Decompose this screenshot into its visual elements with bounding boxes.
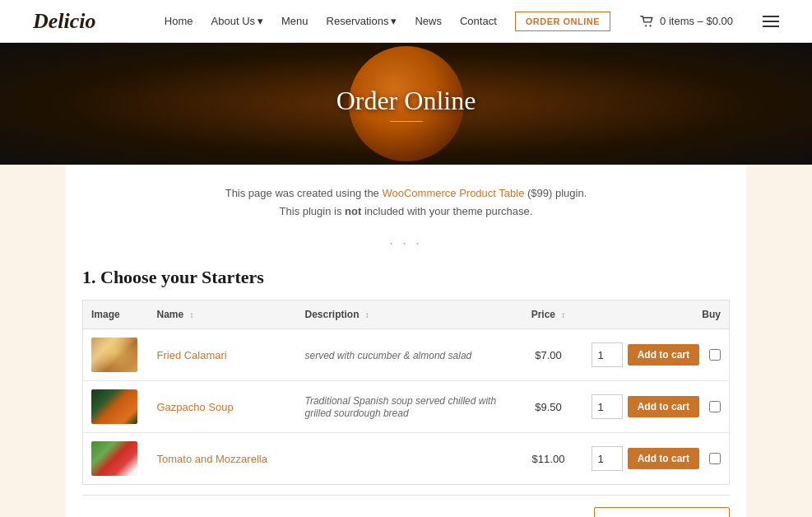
- hero-title: Order Online: [336, 86, 476, 122]
- nav-reservations[interactable]: Reservations ▾: [327, 15, 397, 27]
- product-price-cell: $11.00: [516, 433, 582, 485]
- product-buy-cell: Add to cart: [582, 433, 730, 485]
- svg-point-0: [645, 25, 647, 26]
- table-footer: Add Selected To Cart: [82, 495, 730, 517]
- buy-area: Add to cart: [590, 394, 722, 419]
- product-name-cell: Tomato and Mozzarella: [149, 433, 297, 485]
- pagination-dots: · · ·: [82, 237, 730, 252]
- product-description: served with cucumber & almond salad: [305, 350, 472, 361]
- col-header-image: Image: [83, 300, 149, 329]
- product-name-cell: Gazpacho Soup: [149, 381, 297, 433]
- product-image-cell: [83, 381, 149, 433]
- site-logo: Delicio: [33, 9, 96, 34]
- content-wrapper: This page was created using the WooComme…: [66, 165, 746, 517]
- quantity-input[interactable]: [592, 394, 623, 419]
- woocommerce-link[interactable]: WooCommerce Product Table: [382, 187, 524, 199]
- col-header-buy: Buy: [582, 300, 730, 329]
- plugin-notice: This page was created using the WooComme…: [82, 184, 730, 221]
- section-title: 1. Choose your Starters: [82, 267, 730, 288]
- row-select-checkbox[interactable]: [709, 401, 721, 412]
- add-to-cart-button[interactable]: Add to cart: [628, 396, 699, 417]
- product-image: [91, 441, 137, 476]
- col-header-name[interactable]: Name ↕: [149, 300, 297, 329]
- svg-point-1: [650, 25, 652, 26]
- hamburger-line: [763, 21, 779, 22]
- product-name-cell: Fried Calamari: [149, 329, 297, 381]
- product-table: Image Name ↕ Description ↕ Price ↕ Buy: [82, 300, 730, 485]
- hamburger-menu[interactable]: [763, 16, 779, 27]
- table-body: Fried Calamariserved with cucumber & alm…: [83, 329, 730, 485]
- cart-area[interactable]: 0 items – $0.00: [640, 15, 733, 28]
- col-header-description[interactable]: Description ↕: [297, 300, 516, 329]
- buy-area: Add to cart: [590, 342, 722, 367]
- row-select-checkbox[interactable]: [709, 349, 721, 361]
- main-content: This page was created using the WooComme…: [66, 165, 746, 517]
- product-description-cell: served with cucumber & almond salad: [297, 329, 516, 381]
- notice-link-suffix: ($99) plugin.: [524, 187, 587, 199]
- table-row: Tomato and Mozzarella$11.00Add to cart: [83, 433, 730, 485]
- sort-icon-desc: ↕: [365, 310, 369, 319]
- product-description-cell: Traditional Spanish soup served chilled …: [297, 381, 516, 433]
- hamburger-line: [763, 16, 779, 17]
- row-select-checkbox[interactable]: [709, 453, 721, 464]
- notice-line2-suffix: included with your theme purchase.: [361, 205, 532, 217]
- nav-news[interactable]: News: [415, 15, 442, 27]
- nav-contact[interactable]: Contact: [460, 15, 497, 27]
- table-header-row: Image Name ↕ Description ↕ Price ↕ Buy: [83, 300, 730, 329]
- product-description: Traditional Spanish soup served chilled …: [305, 395, 497, 419]
- buy-area: Add to cart: [590, 446, 722, 471]
- product-price-cell: $7.00: [516, 329, 582, 381]
- hamburger-line: [763, 26, 779, 27]
- product-description-cell: [297, 433, 516, 485]
- nav-about[interactable]: About Us ▾: [211, 15, 263, 27]
- sort-icon-name: ↕: [190, 310, 194, 319]
- nav-home[interactable]: Home: [165, 15, 193, 27]
- order-online-button[interactable]: ORDER ONLINE: [515, 12, 610, 31]
- sort-icon-price: ↕: [561, 310, 565, 319]
- product-buy-cell: Add to cart: [582, 329, 730, 381]
- product-image: [91, 389, 137, 424]
- product-name-link[interactable]: Fried Calamari: [157, 349, 227, 361]
- nav-menu[interactable]: Menu: [281, 15, 309, 27]
- product-price-cell: $9.50: [516, 381, 582, 433]
- cart-label: 0 items – $0.00: [660, 15, 733, 27]
- chevron-down-icon: ▾: [258, 15, 263, 27]
- product-image-cell: [83, 329, 149, 381]
- table-header: Image Name ↕ Description ↕ Price ↕ Buy: [83, 300, 730, 329]
- table-row: Gazpacho SoupTraditional Spanish soup se…: [83, 381, 730, 433]
- product-name-link[interactable]: Gazpacho Soup: [157, 401, 234, 413]
- add-to-cart-button[interactable]: Add to cart: [628, 448, 699, 469]
- main-nav: Home About Us ▾ Menu Reservations ▾ News…: [165, 12, 779, 31]
- chevron-down-icon: ▾: [391, 15, 397, 27]
- page-wrapper: Delicio Home About Us ▾ Menu Reservation…: [0, 0, 812, 517]
- table-row: Fried Calamariserved with cucumber & alm…: [83, 329, 730, 381]
- quantity-input[interactable]: [592, 342, 623, 367]
- notice-line1-prefix: This page was created using the: [225, 187, 383, 199]
- add-to-cart-button[interactable]: Add to cart: [628, 344, 699, 366]
- site-header: Delicio Home About Us ▾ Menu Reservation…: [0, 0, 812, 43]
- product-image-cell: [83, 433, 149, 485]
- col-header-price[interactable]: Price ↕: [516, 300, 582, 329]
- product-buy-cell: Add to cart: [582, 381, 730, 433]
- notice-line2-prefix: This plugin is: [280, 205, 345, 217]
- notice-not-bold: not: [345, 205, 361, 217]
- add-selected-button[interactable]: Add Selected To Cart: [594, 507, 730, 517]
- product-image: [91, 338, 137, 372]
- product-name-link[interactable]: Tomato and Mozzarella: [157, 453, 267, 465]
- cart-icon: [640, 15, 655, 28]
- hero-section: Order Online: [0, 43, 812, 165]
- quantity-input[interactable]: [592, 446, 623, 471]
